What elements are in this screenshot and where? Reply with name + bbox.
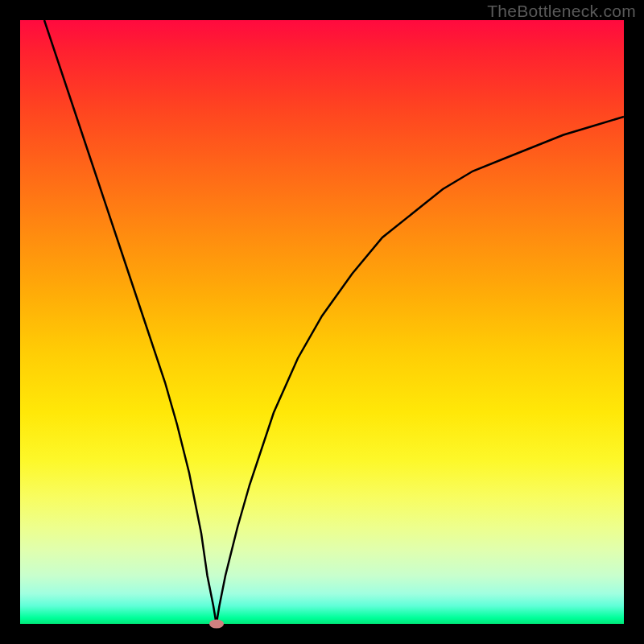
watermark-text: TheBottleneck.com — [487, 2, 636, 21]
chart-area — [20, 20, 624, 624]
minimum-marker — [209, 620, 224, 629]
curve-line — [20, 20, 624, 624]
